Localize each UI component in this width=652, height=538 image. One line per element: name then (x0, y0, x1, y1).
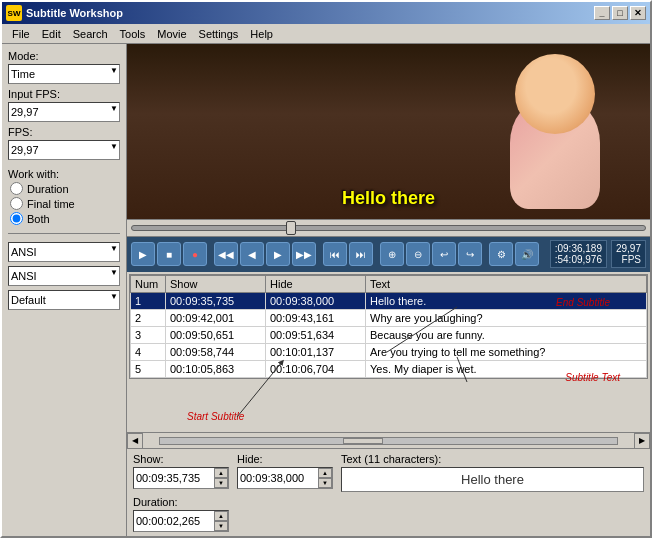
main-window: SW Subtitle Workshop _ □ ✕ File Edit Sea… (0, 0, 652, 538)
text-label: Text (11 characters): (341, 453, 644, 465)
duration-input[interactable] (134, 511, 214, 531)
timeline-thumb[interactable] (286, 221, 296, 235)
table-row[interactable]: 5 00:10:05,863 00:10:06,704 Yes. My diap… (131, 361, 647, 378)
table-row[interactable]: 2 00:09:42,001 00:09:43,161 Why are you … (131, 310, 647, 327)
radio-duration[interactable] (10, 182, 23, 195)
subtitle-table-area: Num Show Hide Text 1 00:09:35,735 00:09:… (129, 274, 648, 379)
timeline-bar[interactable] (127, 219, 650, 237)
minimize-button[interactable]: _ (594, 6, 610, 20)
next-sub-button[interactable]: ⏭ (349, 242, 373, 266)
radio-final-time-item[interactable]: Final time (10, 197, 120, 210)
rewind-button[interactable]: ◀◀ (214, 242, 238, 266)
maximize-button[interactable]: □ (612, 6, 628, 20)
prev-button[interactable]: ◀ (240, 242, 264, 266)
hide-spin-down[interactable]: ▼ (318, 478, 332, 488)
encoding2-wrapper: ANSI (8, 266, 120, 286)
mode-select[interactable]: Time (8, 64, 120, 84)
cell-num: 3 (131, 327, 166, 344)
scroll-left-button[interactable]: ◀ (127, 433, 143, 449)
encoding1-select[interactable]: ANSI (8, 242, 120, 262)
cell-text: Hello there. (366, 293, 647, 310)
prev-sub-button[interactable]: ⏮ (323, 242, 347, 266)
undo-button[interactable]: ↩ (432, 242, 456, 266)
mode-section: Mode: Time (8, 50, 120, 84)
duration-label: Duration: (133, 496, 229, 508)
menu-movie[interactable]: Movie (151, 26, 192, 42)
work-with-section: Work with: Duration Final time Both (8, 164, 120, 225)
fps-select-wrapper: 29,97 (8, 140, 120, 160)
duration-spin-down[interactable]: ▼ (214, 521, 228, 531)
show-spin-up[interactable]: ▲ (214, 468, 228, 478)
encoding2-section: ANSI (8, 266, 120, 286)
time-line1: :09:36,189 (555, 243, 602, 254)
annotation-start-subtitle: Start Subtitle (187, 411, 244, 422)
volume-button[interactable]: 🔊 (515, 242, 539, 266)
timeline-track[interactable] (131, 225, 646, 231)
play-button[interactable]: ▶ (131, 242, 155, 266)
fwd-button[interactable]: ▶ (266, 242, 290, 266)
stop-button[interactable]: ■ (157, 242, 181, 266)
cell-hide: 00:09:51,634 (266, 327, 366, 344)
fps-section: FPS: 29,97 (8, 126, 120, 160)
col-show: Show (166, 276, 266, 293)
table-row[interactable]: 3 00:09:50,651 00:09:51,634 Because you … (131, 327, 647, 344)
table-row[interactable]: 1 00:09:35,735 00:09:38,000 Hello there. (131, 293, 647, 310)
menu-file[interactable]: File (6, 26, 36, 42)
show-spin-down[interactable]: ▼ (214, 478, 228, 488)
default-section: Default (8, 290, 120, 310)
menu-settings[interactable]: Settings (193, 26, 245, 42)
menu-bar: File Edit Search Tools Movie Settings He… (2, 24, 650, 44)
controls-bar: ▶ ■ ● ◀◀ ◀ ▶ ▶▶ ⏮ ⏭ ⊕ ⊖ ↩ ↪ ⚙ 🔊 (127, 237, 650, 273)
hide-input[interactable] (238, 468, 318, 488)
menu-search[interactable]: Search (67, 26, 114, 42)
cell-hide: 00:10:06,704 (266, 361, 366, 378)
record-button[interactable]: ● (183, 242, 207, 266)
divider-1 (8, 233, 120, 234)
redo-button[interactable]: ↪ (458, 242, 482, 266)
default-wrapper: Default (8, 290, 120, 310)
radio-final-time[interactable] (10, 197, 23, 210)
video-subtitle-text: Hello there (342, 188, 435, 209)
col-num: Num (131, 276, 166, 293)
menu-tools[interactable]: Tools (114, 26, 152, 42)
radio-both[interactable] (10, 212, 23, 225)
radio-both-item[interactable]: Both (10, 212, 120, 225)
zoom-out-button[interactable]: ⊖ (406, 242, 430, 266)
fps-select[interactable]: 29,97 (8, 140, 120, 160)
scroll-right-button[interactable]: ▶ (634, 433, 650, 449)
cell-text: Because you are funny. (366, 327, 647, 344)
default-select[interactable]: Default (8, 290, 120, 310)
input-fps-select-wrapper: 29,97 (8, 102, 120, 122)
cell-text: Why are you laughing? (366, 310, 647, 327)
show-input[interactable] (134, 468, 214, 488)
fps-label: FPS (616, 254, 641, 265)
hide-label: Hide: (237, 453, 333, 465)
input-fps-label: Input FPS: (8, 88, 120, 100)
fps-display: 29,97 FPS (611, 240, 646, 268)
bottom-row1: Show: ▲ ▼ Hide: (133, 453, 644, 492)
settings-button[interactable]: ⚙ (489, 242, 513, 266)
scroll-thumb[interactable] (343, 438, 383, 444)
radio-both-label: Both (27, 213, 50, 225)
radio-duration-item[interactable]: Duration (10, 182, 120, 195)
hide-input-wrapper: ▲ ▼ (237, 467, 333, 489)
fast-fwd-button[interactable]: ▶▶ (292, 242, 316, 266)
table-wrapper: Num Show Hide Text 1 00:09:35,735 00:09:… (127, 272, 650, 432)
table-row[interactable]: 4 00:09:58,744 00:10:01,137 Are you tryi… (131, 344, 647, 361)
subtitle-table: Num Show Hide Text 1 00:09:35,735 00:09:… (130, 275, 647, 378)
cell-text: Are you trying to tell me something? (366, 344, 647, 361)
scroll-track[interactable] (159, 437, 618, 445)
encoding2-select[interactable]: ANSI (8, 266, 120, 286)
hide-spin-up[interactable]: ▲ (318, 468, 332, 478)
close-button[interactable]: ✕ (630, 6, 646, 20)
duration-spin-up[interactable]: ▲ (214, 511, 228, 521)
input-fps-select[interactable]: 29,97 (8, 102, 120, 122)
horizontal-scrollbar[interactable]: ◀ ▶ (127, 432, 650, 448)
zoom-in-button[interactable]: ⊕ (380, 242, 404, 266)
cell-show: 00:09:42,001 (166, 310, 266, 327)
menu-help[interactable]: Help (244, 26, 279, 42)
cell-show: 00:09:35,735 (166, 293, 266, 310)
menu-edit[interactable]: Edit (36, 26, 67, 42)
time-display: :09:36,189 :54:09,976 (550, 240, 607, 268)
title-bar-buttons: _ □ ✕ (594, 6, 646, 20)
